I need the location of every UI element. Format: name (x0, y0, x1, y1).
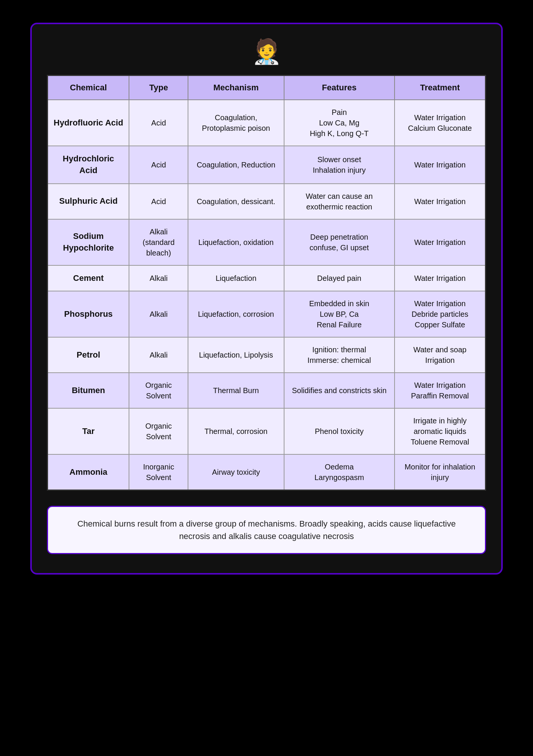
cell-mechanism-1: Coagulation, Reduction (188, 146, 284, 184)
table-row: AmmoniaInorganic SolventAirway toxicityO… (48, 454, 486, 490)
cell-type-0: Acid (129, 100, 188, 146)
table-row: PetrolAlkaliLiquefaction, LipolysisIgnit… (48, 337, 486, 373)
cell-type-6: Alkali (129, 337, 188, 373)
cell-features-8: Phenol toxicity (284, 408, 395, 454)
table-row: PhosphorusAlkaliLiquefaction, corrosionE… (48, 291, 486, 337)
table-row: Hydrochloric AcidAcidCoagulation, Reduct… (48, 146, 486, 184)
cell-features-9: OedemaLaryngospasm (284, 454, 395, 490)
table-header-row: Chemical Type Mechanism Features Treatme… (48, 76, 486, 100)
cell-mechanism-7: Thermal Burn (188, 373, 284, 408)
cell-chemical-3: Sodium Hypochlorite (48, 219, 129, 265)
cell-treatment-5: Water IrrigationDebride particlesCopper … (395, 291, 486, 337)
table-row: TarOrganic SolventThermal, corrosionPhen… (48, 408, 486, 454)
cell-mechanism-4: Liquefaction (188, 265, 284, 291)
avatar-area: 🧑‍⚕️ (252, 39, 282, 64)
cell-mechanism-6: Liquefaction, Lipolysis (188, 337, 284, 373)
table-body: Hydrofluoric AcidAcidCoagulation, Protop… (48, 100, 486, 490)
cell-type-4: Alkali (129, 265, 188, 291)
cell-treatment-8: Irrigate in highly aromatic liquidsTolue… (395, 408, 486, 454)
footer-box: Chemical burns result from a diverse gro… (47, 506, 486, 554)
cell-features-0: PainLow Ca, MgHigh K, Long Q-T (284, 100, 395, 146)
cell-chemical-6: Petrol (48, 337, 129, 373)
cell-chemical-9: Ammonia (48, 454, 129, 490)
col-header-type: Type (129, 76, 188, 100)
table-row: BitumenOrganic SolventThermal BurnSolidi… (48, 373, 486, 408)
cell-type-9: Inorganic Solvent (129, 454, 188, 490)
cell-mechanism-3: Liquefaction, oxidation (188, 219, 284, 265)
table-row: Sodium HypochloriteAlkali(standard bleac… (48, 219, 486, 265)
cell-treatment-6: Water and soapIrrigation (395, 337, 486, 373)
col-header-treatment: Treatment (395, 76, 486, 100)
cell-chemical-8: Tar (48, 408, 129, 454)
cell-type-1: Acid (129, 146, 188, 184)
chemical-burns-table: Chemical Type Mechanism Features Treatme… (47, 75, 486, 491)
cell-chemical-4: Cement (48, 265, 129, 291)
col-header-mechanism: Mechanism (188, 76, 284, 100)
cell-mechanism-0: Coagulation, Protoplasmic poison (188, 100, 284, 146)
cell-features-1: Slower onsetInhalation injury (284, 146, 395, 184)
cell-features-2: Water can cause an exothermic reaction (284, 184, 395, 219)
cell-treatment-4: Water Irrigation (395, 265, 486, 291)
cell-features-7: Solidifies and constricts skin (284, 373, 395, 408)
avatar: 🧑‍⚕️ (252, 39, 282, 64)
page-background: 🧑‍⚕️ Chemical Type Mechanism Features Tr… (0, 0, 533, 756)
cell-treatment-9: Monitor for inhalation injury (395, 454, 486, 490)
cell-type-7: Organic Solvent (129, 373, 188, 408)
cell-features-5: Embedded in skinLow BP, CaRenal Failure (284, 291, 395, 337)
col-header-chemical: Chemical (48, 76, 129, 100)
cell-treatment-1: Water Irrigation (395, 146, 486, 184)
cell-type-8: Organic Solvent (129, 408, 188, 454)
col-header-features: Features (284, 76, 395, 100)
cell-features-4: Delayed pain (284, 265, 395, 291)
cell-features-6: Ignition: thermalImmerse: chemical (284, 337, 395, 373)
cell-mechanism-2: Coagulation, dessicant. (188, 184, 284, 219)
cell-treatment-0: Water IrrigationCalcium Gluconate (395, 100, 486, 146)
cell-chemical-2: Sulphuric Acid (48, 184, 129, 219)
table-row: Hydrofluoric AcidAcidCoagulation, Protop… (48, 100, 486, 146)
cell-mechanism-8: Thermal, corrosion (188, 408, 284, 454)
cell-treatment-3: Water Irrigation (395, 219, 486, 265)
cell-treatment-2: Water Irrigation (395, 184, 486, 219)
table-row: Sulphuric AcidAcidCoagulation, dessicant… (48, 184, 486, 219)
cell-mechanism-5: Liquefaction, corrosion (188, 291, 284, 337)
cell-mechanism-9: Airway toxicity (188, 454, 284, 490)
cell-chemical-0: Hydrofluoric Acid (48, 100, 129, 146)
main-card: 🧑‍⚕️ Chemical Type Mechanism Features Tr… (30, 23, 503, 575)
cell-chemical-1: Hydrochloric Acid (48, 146, 129, 184)
cell-chemical-5: Phosphorus (48, 291, 129, 337)
cell-features-3: Deep penetrationconfuse, GI upset (284, 219, 395, 265)
cell-treatment-7: Water IrrigationParaffin Removal (395, 373, 486, 408)
footer-text: Chemical burns result from a diverse gro… (63, 517, 470, 542)
table-row: CementAlkaliLiquefactionDelayed painWate… (48, 265, 486, 291)
cell-type-5: Alkali (129, 291, 188, 337)
cell-type-3: Alkali(standard bleach) (129, 219, 188, 265)
cell-type-2: Acid (129, 184, 188, 219)
cell-chemical-7: Bitumen (48, 373, 129, 408)
